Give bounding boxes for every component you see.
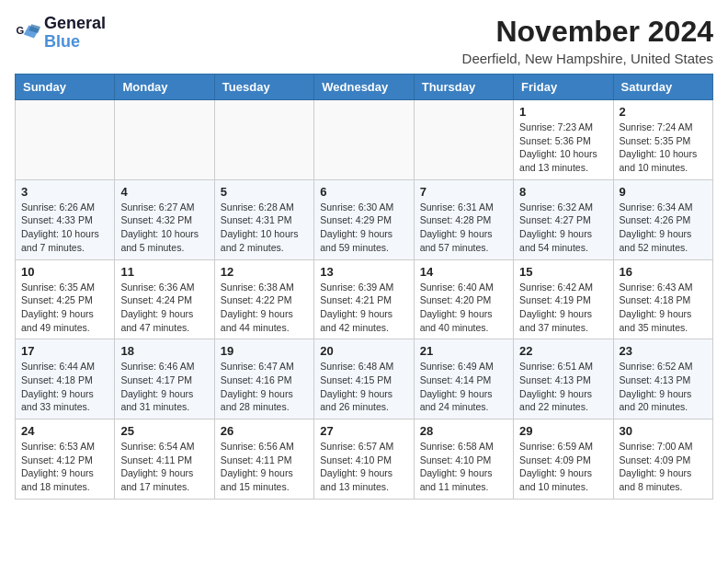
- day-info: Sunrise: 6:51 AM Sunset: 4:13 PM Dayligh…: [519, 360, 607, 414]
- calendar-cell: 2Sunrise: 7:24 AM Sunset: 5:35 PM Daylig…: [613, 100, 712, 180]
- weekday-header-tuesday: Tuesday: [214, 75, 313, 100]
- calendar-cell: 18Sunrise: 6:46 AM Sunset: 4:17 PM Dayli…: [115, 339, 214, 419]
- day-number: 21: [420, 344, 507, 358]
- calendar-cell: 9Sunrise: 6:34 AM Sunset: 4:26 PM Daylig…: [613, 179, 712, 259]
- day-number: 10: [21, 265, 108, 279]
- page-header: G GeneralBlue November 2024 Deerfield, N…: [15, 15, 713, 66]
- day-info: Sunrise: 6:46 AM Sunset: 4:17 PM Dayligh…: [120, 360, 208, 414]
- day-info: Sunrise: 6:44 AM Sunset: 4:18 PM Dayligh…: [21, 360, 108, 414]
- day-number: 14: [420, 265, 507, 279]
- calendar-cell: 24Sunrise: 6:53 AM Sunset: 4:12 PM Dayli…: [16, 419, 115, 500]
- calendar-cell: 28Sunrise: 6:58 AM Sunset: 4:10 PM Dayli…: [414, 419, 513, 500]
- calendar-cell: 17Sunrise: 6:44 AM Sunset: 4:18 PM Dayli…: [16, 339, 115, 419]
- calendar-cell: 15Sunrise: 6:42 AM Sunset: 4:19 PM Dayli…: [514, 259, 613, 339]
- day-info: Sunrise: 6:27 AM Sunset: 4:32 PM Dayligh…: [120, 201, 208, 255]
- day-info: Sunrise: 6:54 AM Sunset: 4:11 PM Dayligh…: [120, 440, 208, 494]
- day-number: 8: [519, 185, 607, 199]
- day-number: 23: [620, 344, 707, 358]
- day-number: 30: [620, 424, 707, 438]
- calendar-cell: 8Sunrise: 6:32 AM Sunset: 4:27 PM Daylig…: [514, 179, 613, 259]
- calendar-cell: [115, 100, 214, 180]
- day-number: 26: [221, 424, 308, 438]
- calendar-cell: [314, 100, 414, 180]
- calendar-cell: 20Sunrise: 6:48 AM Sunset: 4:15 PM Dayli…: [314, 339, 414, 419]
- day-number: 24: [21, 424, 108, 438]
- weekday-header-saturday: Saturday: [613, 75, 712, 100]
- day-number: 9: [620, 185, 707, 199]
- calendar-cell: [214, 100, 313, 180]
- day-number: 17: [21, 344, 108, 358]
- calendar-cell: 29Sunrise: 6:59 AM Sunset: 4:09 PM Dayli…: [514, 419, 613, 500]
- day-number: 5: [221, 185, 308, 199]
- day-number: 25: [120, 424, 208, 438]
- week-row-5: 24Sunrise: 6:53 AM Sunset: 4:12 PM Dayli…: [16, 419, 713, 500]
- day-info: Sunrise: 7:23 AM Sunset: 5:36 PM Dayligh…: [519, 121, 607, 175]
- weekday-header-thursday: Thursday: [414, 75, 513, 100]
- day-number: 20: [320, 344, 407, 358]
- day-info: Sunrise: 6:38 AM Sunset: 4:22 PM Dayligh…: [221, 281, 308, 335]
- calendar-cell: 13Sunrise: 6:39 AM Sunset: 4:21 PM Dayli…: [314, 259, 414, 339]
- day-info: Sunrise: 6:56 AM Sunset: 4:11 PM Dayligh…: [221, 440, 308, 494]
- day-info: Sunrise: 6:26 AM Sunset: 4:33 PM Dayligh…: [21, 201, 108, 255]
- calendar-cell: 23Sunrise: 6:52 AM Sunset: 4:13 PM Dayli…: [613, 339, 712, 419]
- day-info: Sunrise: 7:24 AM Sunset: 5:35 PM Dayligh…: [620, 121, 707, 175]
- day-number: 7: [420, 185, 507, 199]
- day-number: 6: [320, 185, 407, 199]
- day-number: 18: [120, 344, 208, 358]
- calendar-cell: 5Sunrise: 6:28 AM Sunset: 4:31 PM Daylig…: [214, 179, 313, 259]
- day-number: 16: [620, 265, 707, 279]
- calendar-cell: 25Sunrise: 6:54 AM Sunset: 4:11 PM Dayli…: [115, 419, 214, 500]
- day-info: Sunrise: 6:47 AM Sunset: 4:16 PM Dayligh…: [221, 360, 308, 414]
- calendar-cell: 1Sunrise: 7:23 AM Sunset: 5:36 PM Daylig…: [514, 100, 613, 180]
- day-number: 29: [519, 424, 607, 438]
- logo-text: GeneralBlue: [44, 15, 106, 52]
- day-info: Sunrise: 6:36 AM Sunset: 4:24 PM Dayligh…: [120, 281, 208, 335]
- calendar-cell: 4Sunrise: 6:27 AM Sunset: 4:32 PM Daylig…: [115, 179, 214, 259]
- day-number: 19: [221, 344, 308, 358]
- day-info: Sunrise: 6:43 AM Sunset: 4:18 PM Dayligh…: [620, 281, 707, 335]
- day-number: 13: [320, 265, 407, 279]
- calendar-table: SundayMondayTuesdayWednesdayThursdayFrid…: [15, 74, 713, 500]
- weekday-header-monday: Monday: [115, 75, 214, 100]
- day-number: 3: [21, 185, 108, 199]
- day-info: Sunrise: 6:59 AM Sunset: 4:09 PM Dayligh…: [519, 440, 607, 494]
- day-info: Sunrise: 6:40 AM Sunset: 4:20 PM Dayligh…: [420, 281, 507, 335]
- day-number: 11: [120, 265, 208, 279]
- calendar-cell: 21Sunrise: 6:49 AM Sunset: 4:14 PM Dayli…: [414, 339, 513, 419]
- logo: G GeneralBlue: [15, 15, 106, 52]
- location-title: Deerfield, New Hampshire, United States: [462, 51, 713, 66]
- day-info: Sunrise: 6:28 AM Sunset: 4:31 PM Dayligh…: [221, 201, 308, 255]
- weekday-header-friday: Friday: [514, 75, 613, 100]
- day-number: 2: [620, 105, 707, 119]
- day-info: Sunrise: 6:48 AM Sunset: 4:15 PM Dayligh…: [320, 360, 407, 414]
- week-row-2: 3Sunrise: 6:26 AM Sunset: 4:33 PM Daylig…: [16, 179, 713, 259]
- calendar-cell: 26Sunrise: 6:56 AM Sunset: 4:11 PM Dayli…: [214, 419, 313, 500]
- logo-icon: G: [15, 20, 40, 46]
- calendar-cell: 30Sunrise: 7:00 AM Sunset: 4:09 PM Dayli…: [613, 419, 712, 500]
- day-info: Sunrise: 6:42 AM Sunset: 4:19 PM Dayligh…: [519, 281, 607, 335]
- day-info: Sunrise: 6:31 AM Sunset: 4:28 PM Dayligh…: [420, 201, 507, 255]
- day-info: Sunrise: 6:49 AM Sunset: 4:14 PM Dayligh…: [420, 360, 507, 414]
- day-number: 4: [120, 185, 208, 199]
- week-row-1: 1Sunrise: 7:23 AM Sunset: 5:36 PM Daylig…: [16, 100, 713, 180]
- calendar-cell: [16, 100, 115, 180]
- calendar-cell: 27Sunrise: 6:57 AM Sunset: 4:10 PM Dayli…: [314, 419, 414, 500]
- calendar-cell: 3Sunrise: 6:26 AM Sunset: 4:33 PM Daylig…: [16, 179, 115, 259]
- day-number: 27: [320, 424, 407, 438]
- calendar-cell: 11Sunrise: 6:36 AM Sunset: 4:24 PM Dayli…: [115, 259, 214, 339]
- day-info: Sunrise: 6:34 AM Sunset: 4:26 PM Dayligh…: [620, 201, 707, 255]
- day-info: Sunrise: 6:35 AM Sunset: 4:25 PM Dayligh…: [21, 281, 108, 335]
- day-info: Sunrise: 6:39 AM Sunset: 4:21 PM Dayligh…: [320, 281, 407, 335]
- day-info: Sunrise: 6:58 AM Sunset: 4:10 PM Dayligh…: [420, 440, 507, 494]
- weekday-header-sunday: Sunday: [16, 75, 115, 100]
- calendar-cell: 6Sunrise: 6:30 AM Sunset: 4:29 PM Daylig…: [314, 179, 414, 259]
- day-info: Sunrise: 6:52 AM Sunset: 4:13 PM Dayligh…: [620, 360, 707, 414]
- calendar-cell: 19Sunrise: 6:47 AM Sunset: 4:16 PM Dayli…: [214, 339, 313, 419]
- svg-text:G: G: [16, 25, 24, 36]
- title-area: November 2024 Deerfield, New Hampshire, …: [462, 15, 713, 66]
- day-info: Sunrise: 6:30 AM Sunset: 4:29 PM Dayligh…: [320, 201, 407, 255]
- week-row-4: 17Sunrise: 6:44 AM Sunset: 4:18 PM Dayli…: [16, 339, 713, 419]
- weekday-header-row: SundayMondayTuesdayWednesdayThursdayFrid…: [16, 75, 713, 100]
- day-info: Sunrise: 6:57 AM Sunset: 4:10 PM Dayligh…: [320, 440, 407, 494]
- day-number: 28: [420, 424, 507, 438]
